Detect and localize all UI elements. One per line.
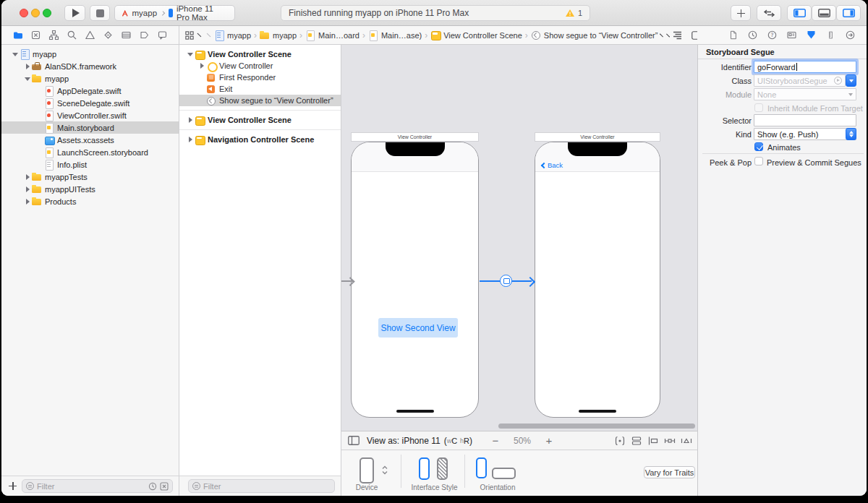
disclosure-triangle[interactable] (24, 173, 31, 181)
outline-row[interactable]: Exit (179, 83, 341, 95)
device-phone-icon[interactable] (359, 457, 374, 483)
update-frames-icon[interactable] (614, 436, 626, 446)
quick-help-inspector-tab[interactable]: ? (765, 28, 778, 43)
segue-badge-icon[interactable] (500, 275, 512, 287)
previous-issue-icon[interactable] (660, 33, 663, 37)
animates-checkbox[interactable] (754, 142, 763, 151)
disclosure-triangle[interactable] (187, 136, 194, 143)
outline-row[interactable]: View Controller Scene (179, 114, 341, 126)
scm-status-filter-icon[interactable] (160, 482, 169, 491)
view-as-label[interactable]: View as: iPhone 11 (367, 436, 441, 446)
disclosure-triangle[interactable] (24, 75, 31, 82)
device-stepper-icon[interactable] (381, 465, 388, 476)
editor-mode-button[interactable] (757, 5, 781, 21)
navigator-file-row[interactable]: AlanSDK.framework (1, 60, 179, 72)
navigator-file-row[interactable]: myapp (1, 72, 179, 85)
light-appearance-icon[interactable] (419, 457, 430, 480)
minimize-window-button[interactable] (31, 9, 40, 17)
navigator-file-row[interactable]: Products (1, 195, 179, 207)
dark-appearance-icon[interactable] (437, 457, 448, 480)
kind-stepper[interactable] (846, 128, 856, 140)
identifier-field[interactable]: goForward (754, 61, 856, 73)
zoom-in-button[interactable]: + (543, 434, 555, 447)
add-constraints-icon[interactable] (664, 436, 676, 446)
disclosure-triangle[interactable] (24, 63, 31, 70)
project-navigator-tab[interactable] (12, 28, 25, 43)
editor-options-icon[interactable] (671, 28, 683, 43)
module-field[interactable]: None (754, 88, 856, 100)
jumpbar-item[interactable]: Show segue to “View Controller” (531, 30, 658, 40)
selector-field[interactable] (754, 114, 856, 126)
landscape-orientation-icon[interactable] (492, 468, 516, 479)
stop-button[interactable] (90, 5, 110, 21)
outline-row[interactable]: View Controller Scene (179, 48, 341, 60)
outline-filter-input[interactable] (203, 482, 331, 491)
identity-inspector-tab[interactable] (785, 28, 798, 43)
navigator-file-row[interactable]: myappTests (1, 171, 179, 183)
navigator-file-row[interactable]: Assets.xcassets (1, 134, 179, 146)
report-navigator-tab[interactable] (156, 28, 169, 43)
add-editor-icon[interactable] (692, 28, 697, 43)
resolve-autolayout-icon[interactable] (681, 436, 692, 446)
toggle-debug-area-button[interactable] (812, 5, 836, 21)
inherit-module-checkbox[interactable] (754, 103, 763, 112)
navigator-filter-input[interactable] (37, 482, 148, 491)
close-window-button[interactable] (20, 9, 28, 17)
navigator-file-row[interactable]: AppDelegate.swift (1, 85, 179, 97)
navigator-file-row[interactable]: myapp (1, 48, 179, 60)
class-field[interactable]: UIStoryboardSegue (754, 74, 846, 87)
navigator-file-row[interactable]: SceneDelegate.swift (1, 97, 179, 109)
attributes-inspector-tab[interactable] (804, 28, 817, 43)
size-inspector-tab[interactable] (824, 28, 837, 43)
disclosure-triangle[interactable] (198, 62, 205, 69)
toggle-outline-icon[interactable] (347, 434, 360, 448)
navigator-file-row[interactable]: ViewController.swift (1, 109, 179, 121)
zoom-out-button[interactable]: − (490, 434, 501, 447)
scene-header[interactable]: View Controller (351, 132, 479, 142)
toggle-navigator-button[interactable] (787, 5, 812, 21)
storyboard-canvas[interactable]: View Controller View Controller Show Sec… (341, 45, 697, 431)
disclosure-triangle[interactable] (187, 116, 194, 124)
source-control-navigator-tab[interactable] (30, 28, 43, 43)
zoom-window-button[interactable] (43, 9, 51, 17)
peek-pop-checkbox[interactable] (754, 157, 763, 165)
jumpbar-item[interactable]: myapp (214, 30, 251, 40)
disclosure-triangle[interactable] (24, 198, 31, 205)
recent-files-icon[interactable] (148, 482, 157, 491)
warning-badge[interactable]: 1 (565, 9, 582, 17)
vary-for-traits-button[interactable]: Vary for Traits (644, 466, 695, 478)
add-file-button[interactable] (9, 482, 17, 491)
scene-header[interactable]: View Controller (535, 132, 660, 142)
outline-row[interactable]: First Responder (179, 72, 341, 83)
navigator-file-row[interactable]: Info.plist (1, 158, 179, 171)
run-button[interactable] (64, 5, 85, 21)
related-items-icon[interactable] (184, 28, 195, 43)
outline-row[interactable]: Navigation Controller Scene (179, 134, 341, 145)
navigator-filter-field[interactable] (22, 479, 173, 493)
jumpbar-item[interactable]: myapp (260, 30, 297, 40)
jump-to-class-icon[interactable] (834, 77, 842, 85)
go-forward-icon[interactable] (207, 33, 211, 38)
disclosure-triangle[interactable] (24, 186, 31, 193)
embed-in-stack-icon[interactable] (631, 436, 642, 446)
disclosure-triangle[interactable] (12, 51, 19, 58)
horizontal-scrollbar[interactable] (498, 424, 695, 429)
find-navigator-tab[interactable] (66, 28, 79, 43)
go-back-icon[interactable] (197, 33, 202, 38)
issue-navigator-tab[interactable] (84, 28, 97, 43)
outline-filter-field[interactable] (188, 479, 335, 493)
add-library-button[interactable] (731, 5, 751, 21)
view-controller-1[interactable]: Show Second View (351, 142, 479, 418)
jumpbar-item[interactable]: Main…ase) (368, 30, 422, 40)
symbol-navigator-tab[interactable] (48, 28, 61, 43)
scheme-selector[interactable]: myapp iPhone 11 Pro Max (114, 5, 235, 21)
next-issue-icon[interactable] (666, 33, 670, 37)
jumpbar-item[interactable]: View Controller Scene (430, 30, 522, 40)
test-navigator-tab[interactable] (101, 28, 114, 43)
kind-popup[interactable]: Show (e.g. Push) (754, 128, 856, 140)
back-button[interactable]: Back (542, 161, 563, 169)
breakpoint-navigator-tab[interactable] (137, 28, 150, 43)
file-inspector-tab[interactable] (726, 28, 739, 43)
view-controller-2[interactable]: Back (535, 142, 660, 418)
outline-row[interactable]: Show segue to “View Controller” (179, 95, 341, 106)
